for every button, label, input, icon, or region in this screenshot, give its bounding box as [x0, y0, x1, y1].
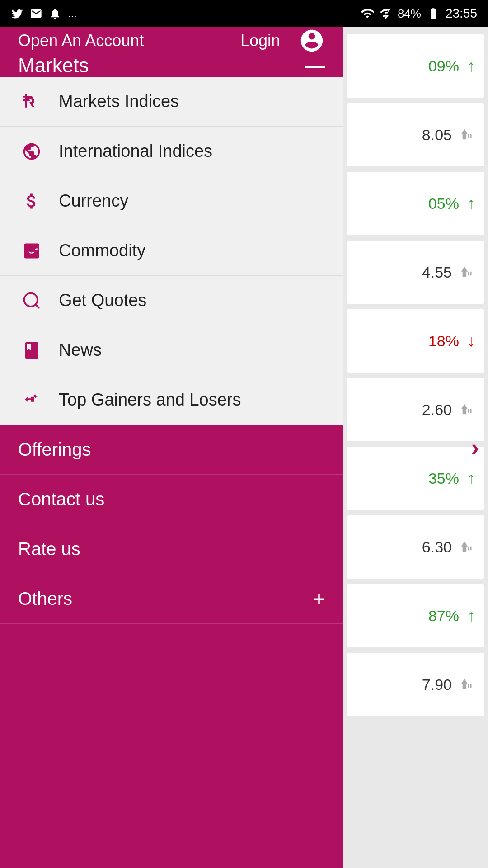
svg-rect-1	[24, 253, 39, 255]
card-8-value: 6.30	[422, 538, 452, 556]
open-account-button[interactable]: Open An Account	[18, 31, 240, 50]
card-1-trend-up-icon: ↑	[467, 57, 475, 75]
status-bar: ... 84% 23:55	[0, 0, 488, 27]
status-right-icons: 84% 23:55	[361, 6, 477, 21]
markets-title: Markets	[18, 54, 89, 77]
rupee-icon	[18, 88, 45, 115]
card-10-value: 7.90	[422, 676, 452, 693]
market-card-3: 05% ↑	[347, 172, 484, 235]
contact-us-label: Contact us	[18, 489, 325, 509]
market-card-6: 2.60	[347, 378, 484, 441]
svg-rect-2	[24, 246, 39, 248]
twitter-icon	[11, 7, 23, 20]
battery-icon	[427, 7, 440, 20]
sidebar-drawer: Open An Account Login Markets — Markets …	[0, 27, 343, 868]
markets-section-header[interactable]: Markets —	[0, 54, 343, 77]
dots-text: ...	[68, 7, 77, 20]
get-quotes-label: Get Quotes	[59, 291, 146, 310]
offerings-label: Offerings	[18, 439, 325, 460]
svg-rect-0	[24, 250, 39, 252]
sidebar-item-international-indices[interactable]: International Indices	[0, 127, 343, 176]
commodity-label: Commodity	[59, 241, 145, 260]
contact-us-item[interactable]: Contact us	[0, 475, 343, 524]
wifi-icon	[361, 7, 374, 20]
card-9-value: 87%	[428, 607, 459, 625]
right-panel: › 09% ↑ 8.05 05% ↑ 4.55 18% ↓	[343, 27, 488, 868]
login-button[interactable]: Login	[240, 31, 280, 50]
card-7-value: 35%	[428, 470, 459, 487]
svg-point-3	[24, 293, 38, 306]
market-card-1: 09% ↑	[347, 34, 484, 98]
notification-icon	[49, 7, 61, 20]
money-icon	[18, 188, 45, 215]
others-plus-icon: +	[313, 586, 325, 611]
main-layout: Open An Account Login Markets — Markets …	[0, 27, 488, 868]
rate-us-item[interactable]: Rate us	[0, 524, 343, 574]
status-left-icons: ...	[11, 7, 77, 20]
commodity-icon	[18, 237, 45, 264]
card-10-chart-icon	[460, 675, 475, 694]
rate-us-label: Rate us	[18, 539, 325, 559]
card-5-trend-down-icon: ↓	[467, 331, 475, 350]
card-6-value: 2.60	[422, 401, 452, 419]
bottom-sections: Offerings Contact us Rate us Others +	[0, 425, 343, 868]
right-chevron-icon[interactable]: ›	[471, 434, 479, 461]
card-6-chart-icon	[460, 400, 475, 419]
card-8-chart-icon	[460, 538, 475, 557]
user-profile-icon[interactable]	[298, 27, 325, 54]
market-card-10: 7.90	[347, 653, 484, 716]
market-card-2: 8.05	[347, 103, 484, 166]
sidebar-item-top-gainers-losers[interactable]: Top Gainers and Losers	[0, 375, 343, 425]
search-icon	[18, 287, 45, 314]
book-icon	[18, 337, 45, 364]
others-item[interactable]: Others +	[0, 574, 343, 624]
market-card-5: 18% ↓	[347, 309, 484, 373]
top-gainers-losers-label: Top Gainers and Losers	[59, 390, 241, 410]
sidebar-bottom-fill	[0, 624, 343, 868]
sidebar-item-news[interactable]: News	[0, 326, 343, 375]
market-card-9: 87% ↑	[347, 584, 484, 647]
card-2-value: 8.05	[422, 126, 452, 144]
gainloss-icon	[18, 387, 45, 414]
sidebar-item-commodity[interactable]: Commodity	[0, 226, 343, 276]
card-2-chart-icon	[460, 125, 475, 144]
card-3-value: 05%	[428, 195, 459, 212]
market-card-8: 6.30	[347, 515, 484, 579]
market-card-4: 4.55	[347, 241, 484, 304]
currency-label: Currency	[59, 191, 128, 211]
card-9-trend-up-icon: ↑	[467, 606, 475, 625]
card-4-chart-icon	[460, 263, 475, 282]
markets-collapse-dash[interactable]: —	[305, 56, 325, 75]
sidebar-item-markets-indices[interactable]: Markets Indices	[0, 77, 343, 127]
card-7-trend-up-icon: ↑	[467, 469, 475, 488]
markets-indices-label: Markets Indices	[59, 92, 179, 111]
time-text: 23:55	[446, 6, 477, 21]
globe-icon	[18, 138, 45, 165]
signal-icon	[380, 7, 392, 20]
international-indices-label: International Indices	[59, 142, 212, 161]
battery-text: 84%	[398, 7, 421, 21]
header: Open An Account Login	[0, 27, 343, 54]
news-label: News	[59, 340, 102, 360]
menu-items-container: Markets Indices International Indices Cu…	[0, 77, 343, 425]
offerings-item[interactable]: Offerings	[0, 425, 343, 475]
card-5-value: 18%	[428, 332, 459, 350]
svg-line-4	[36, 304, 39, 308]
sidebar-item-currency[interactable]: Currency	[0, 176, 343, 226]
others-label: Others	[18, 589, 313, 609]
sidebar-item-get-quotes[interactable]: Get Quotes	[0, 276, 343, 326]
card-1-value: 09%	[428, 57, 459, 75]
card-3-trend-up-icon: ↑	[467, 194, 475, 213]
market-card-7: 35% ↑	[347, 447, 484, 510]
card-4-value: 4.55	[422, 264, 452, 281]
gmail-icon	[30, 7, 42, 20]
